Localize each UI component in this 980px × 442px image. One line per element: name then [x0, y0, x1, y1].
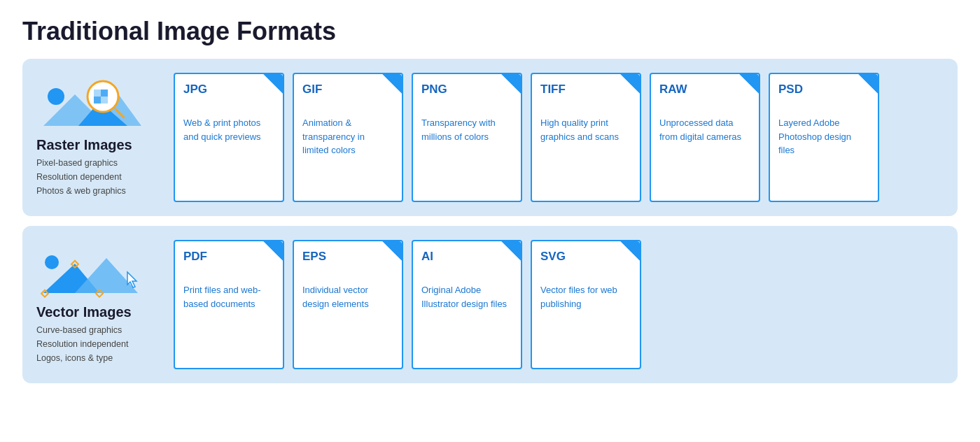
raster-section: Raster Images Pixel-based graphics Resol…: [22, 59, 958, 216]
svg-rect-4: [94, 90, 101, 97]
svg-point-2: [48, 88, 64, 105]
format-desc-ai: Original Adobe Illustrator design files: [421, 283, 512, 311]
format-desc-raw: Unprocessed data from digital cameras: [659, 116, 750, 143]
raster-illustration-icon: [36, 76, 162, 131]
format-label-eps: EPS: [302, 250, 393, 264]
svg-rect-7: [101, 97, 108, 104]
format-card-ai: AIOriginal Adobe Illustrator design file…: [412, 240, 522, 369]
vector-formats-grid: PDFPrint files and web-based documentsEP…: [174, 240, 944, 369]
format-desc-svg: Vector files for web publishing: [540, 283, 631, 311]
format-label-psd: PSD: [778, 83, 869, 97]
format-desc-psd: Layered Adobe Photoshop design files: [778, 116, 869, 157]
format-card-tiff: TIFFHigh quality print graphics and scan…: [531, 73, 641, 202]
format-desc-png: Transparency with millions of colors: [421, 116, 512, 143]
format-label-png: PNG: [421, 83, 512, 97]
page-title: Traditional Image Formats: [22, 17, 958, 46]
vector-section-left: Vector Images Curve-based graphics Resol…: [36, 240, 162, 365]
format-card-png: PNGTransparency with millions of colors: [412, 73, 522, 202]
format-card-pdf: PDFPrint files and web-based documents: [174, 240, 284, 369]
vector-section-title: Vector Images: [36, 304, 162, 320]
svg-point-11: [45, 255, 59, 269]
format-desc-pdf: Print files and web-based documents: [183, 283, 274, 311]
vector-illustration-icon: [36, 243, 162, 299]
format-label-ai: AI: [421, 250, 512, 264]
format-desc-tiff: High quality print graphics and scans: [540, 116, 631, 143]
raster-formats-grid: JPGWeb & print photos and quick previews…: [174, 73, 944, 202]
format-card-gif: GIFAnimation & transparency in limited c…: [293, 73, 403, 202]
vector-section-desc: Curve-based graphics Resolution independ…: [36, 323, 162, 365]
format-label-jpg: JPG: [183, 83, 274, 97]
raster-section-title: Raster Images: [36, 137, 162, 153]
format-desc-eps: Individual vector design elements: [302, 283, 393, 311]
format-label-raw: RAW: [659, 83, 750, 97]
format-label-tiff: TIFF: [540, 83, 631, 97]
format-card-jpg: JPGWeb & print photos and quick previews: [174, 73, 284, 202]
format-desc-jpg: Web & print photos and quick previews: [183, 116, 274, 143]
format-desc-gif: Animation & transparency in limited colo…: [302, 116, 393, 157]
format-label-gif: GIF: [302, 83, 393, 97]
format-card-svg: SVGVector files for web publishing: [531, 240, 641, 369]
raster-section-left: Raster Images Pixel-based graphics Resol…: [36, 73, 162, 198]
page-wrapper: Traditional Image Formats: [0, 0, 980, 407]
raster-section-desc: Pixel-based graphics Resolution dependen…: [36, 156, 162, 198]
format-card-eps: EPSIndividual vector design elements: [293, 240, 403, 369]
format-card-raw: RAWUnprocessed data from digital cameras: [650, 73, 760, 202]
svg-rect-6: [94, 97, 101, 104]
format-label-svg: SVG: [540, 250, 631, 264]
format-label-pdf: PDF: [183, 250, 274, 264]
format-card-psd: PSDLayered Adobe Photoshop design files: [769, 73, 879, 202]
vector-section: Vector Images Curve-based graphics Resol…: [22, 226, 958, 383]
svg-rect-5: [101, 90, 108, 97]
